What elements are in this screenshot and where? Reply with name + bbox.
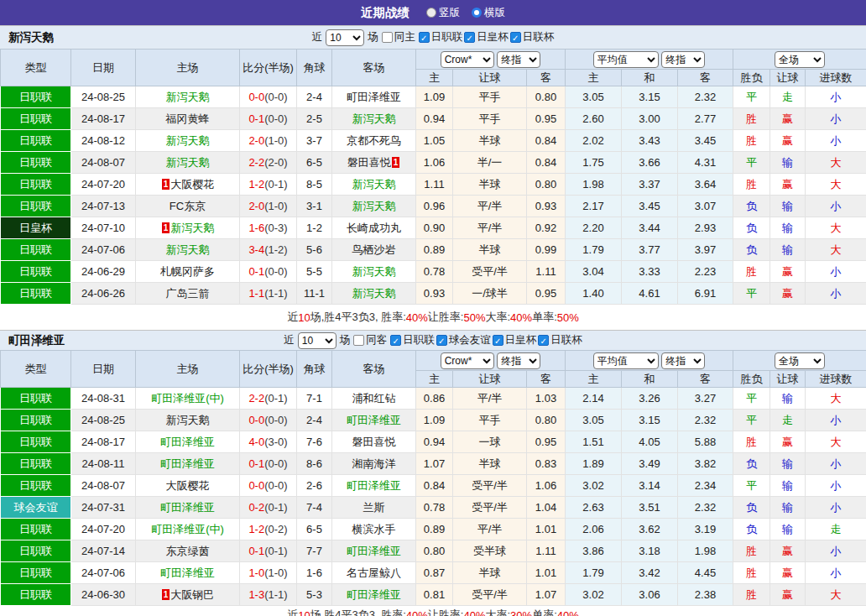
- result-handicap-cell: 输: [770, 453, 806, 475]
- league-type-cell: 日职联: [1, 540, 71, 562]
- league-type-cell: 日职联: [1, 562, 71, 584]
- result-wdl-cell: 胜: [733, 562, 770, 584]
- subcol-avg-home: 主: [566, 371, 622, 388]
- result-goals-cell: 走: [806, 519, 866, 540]
- league-filter-checkbox[interactable]: ✓: [419, 32, 430, 43]
- date-cell: 24-08-17: [71, 108, 136, 130]
- home-team-cell: 町田泽维亚: [136, 453, 240, 475]
- summary-text: 场,胜4平3负3, 胜率:: [310, 310, 406, 325]
- final-odds-select-2[interactable]: 终指: [661, 352, 705, 369]
- score-halftime: (1-2): [264, 243, 287, 256]
- subcol-crow-home: 主: [416, 70, 453, 86]
- score-cell: 1-0(1-0): [240, 562, 297, 584]
- score-cell: 0-1(0-1): [240, 540, 297, 562]
- league-filter-checkbox[interactable]: ✓: [538, 335, 549, 346]
- match-row: 日职联24-08-07大阪樱花0-0(0-0)2-6町田泽维亚0.84受平/半1…: [1, 475, 866, 497]
- final-odds-select-2[interactable]: 终指: [661, 51, 705, 68]
- match-row: 日职联24-08-25新泻天鹅0-0(0-0)2-4町田泽维亚1.09平手0.8…: [1, 410, 866, 431]
- away-team-name: 町田泽维亚: [347, 545, 401, 557]
- away-team-cell: 町田泽维亚: [332, 584, 416, 606]
- crow-odds-select[interactable]: Crow*: [441, 352, 494, 369]
- home-team-name: 新泻天鹅: [170, 222, 214, 234]
- result-goals-cell: 小: [806, 475, 866, 497]
- result-wdl-cell: 平: [733, 475, 770, 497]
- away-team-cell: 浦和红钻: [332, 388, 416, 410]
- league-filter-checkbox[interactable]: ✓: [436, 335, 447, 346]
- recent-count-select[interactable]: 10: [298, 332, 336, 349]
- home-team-cell: 町田泽维亚: [136, 562, 240, 584]
- odds-crow-away: 1.11: [527, 261, 566, 283]
- odds-crow-handicap: 半球: [453, 130, 527, 152]
- match-row: 日职联24-07-13FC东京2-0(1-0)3-1新泻天鹅0.96平/半0.9…: [1, 196, 866, 217]
- odds-avg-away: 6.91: [678, 283, 733, 305]
- date-cell: 24-07-06: [71, 562, 136, 584]
- same-venue-checkbox[interactable]: [353, 335, 364, 346]
- date-cell: 24-07-31: [71, 497, 136, 519]
- stats-summary: 近10场,胜4平3负3, 胜率:40% 让胜率:50% 大率:40% 单率:50…: [0, 305, 866, 330]
- match-row: 日职联24-06-26广岛三箭1-1(1-1)11-1新泻天鹅0.93一/球半0…: [1, 283, 866, 305]
- summary-text: 单率:: [532, 608, 557, 616]
- league-filter-label: 日职联: [403, 333, 435, 347]
- odds-avg-away: 4.31: [678, 152, 733, 174]
- odds-crow-home: 0.94: [416, 431, 453, 453]
- result-goals-cell: 小: [806, 562, 866, 584]
- matches-label: 场: [340, 333, 351, 347]
- crow-odds-select[interactable]: Crow*: [441, 51, 494, 68]
- score-cell: 2-0(1-0): [240, 196, 297, 217]
- horizontal-layout-radio[interactable]: [472, 8, 482, 18]
- odds-avg-away: 3.19: [678, 519, 733, 540]
- subcol-handicap-result: 让球: [770, 70, 806, 86]
- away-team-cell: 京都不死鸟: [332, 130, 416, 152]
- fulltime-select[interactable]: 全场: [775, 51, 825, 68]
- recent-count-select[interactable]: 10: [326, 29, 364, 46]
- odds-avg-home: 3.04: [566, 261, 622, 283]
- home-team-name: 新泻天鹅: [166, 134, 210, 147]
- away-team-name: 兰斯: [363, 501, 385, 514]
- league-type-cell: 日职联: [1, 130, 71, 152]
- vertical-layout-radio[interactable]: [426, 8, 436, 18]
- odds-avg-away: 2.38: [678, 584, 733, 606]
- result-goals-cell: 大: [806, 152, 866, 174]
- score-halftime: (1-1): [264, 287, 287, 300]
- col-header-away: 客场: [332, 50, 416, 86]
- away-team-cell: 町田泽维亚: [332, 475, 416, 497]
- league-filter-checkbox[interactable]: ✓: [493, 335, 503, 346]
- odds-crow-home: 0.78: [416, 497, 453, 519]
- score-cell: 2-2(0-1): [240, 388, 297, 410]
- final-odds-select[interactable]: 终指: [497, 51, 540, 68]
- odds-avg-draw: 3.62: [622, 519, 678, 540]
- league-type-cell: 日职联: [1, 453, 71, 475]
- same-venue-label: 同主: [394, 30, 415, 44]
- average-odds-select[interactable]: 平均值: [593, 352, 659, 369]
- result-goals-cell: 小: [806, 453, 866, 475]
- odds-avg-home: 2.02: [566, 130, 622, 152]
- league-filter-checkbox[interactable]: ✓: [464, 32, 475, 43]
- subcol-crow-home: 主: [416, 371, 453, 388]
- league-type-cell: 日职联: [1, 261, 71, 283]
- average-odds-select[interactable]: 平均值: [593, 51, 659, 68]
- same-venue-checkbox[interactable]: [382, 32, 393, 43]
- odds-avg-home: 1.75: [566, 152, 622, 174]
- odds-crow-handicap: 受平/半: [453, 497, 527, 519]
- odds-avg-away: 3.82: [678, 453, 733, 475]
- result-wdl-cell: 平: [733, 152, 770, 174]
- col-header-corner: 角球: [297, 50, 332, 86]
- date-cell: 24-08-25: [71, 410, 136, 431]
- home-team-name: 町田泽维亚: [160, 436, 215, 448]
- final-odds-select[interactable]: 终指: [497, 352, 540, 369]
- odds-avg-draw: 3.14: [622, 475, 678, 497]
- summary-text: 近: [287, 310, 298, 325]
- league-filter-checkbox[interactable]: ✓: [510, 32, 521, 43]
- away-team-cell: 町田泽维亚: [332, 540, 416, 562]
- corner-cell: 1-2: [297, 217, 332, 239]
- home-team-cell: 福冈黄蜂: [136, 108, 240, 130]
- home-team-name: 町田泽维亚(中): [151, 392, 224, 405]
- fulltime-select[interactable]: 全场: [775, 352, 825, 369]
- odds-avg-away: 4.45: [678, 562, 733, 584]
- summary-text: 大率:: [485, 310, 510, 325]
- league-filter-checkbox[interactable]: ✓: [390, 335, 401, 346]
- score-cell: 1-6(0-3): [240, 217, 297, 239]
- odds-crow-handicap: 平/半: [453, 196, 527, 217]
- home-team-cell: 新泻天鹅: [136, 86, 240, 108]
- away-team-name: 新泻天鹅: [352, 287, 396, 300]
